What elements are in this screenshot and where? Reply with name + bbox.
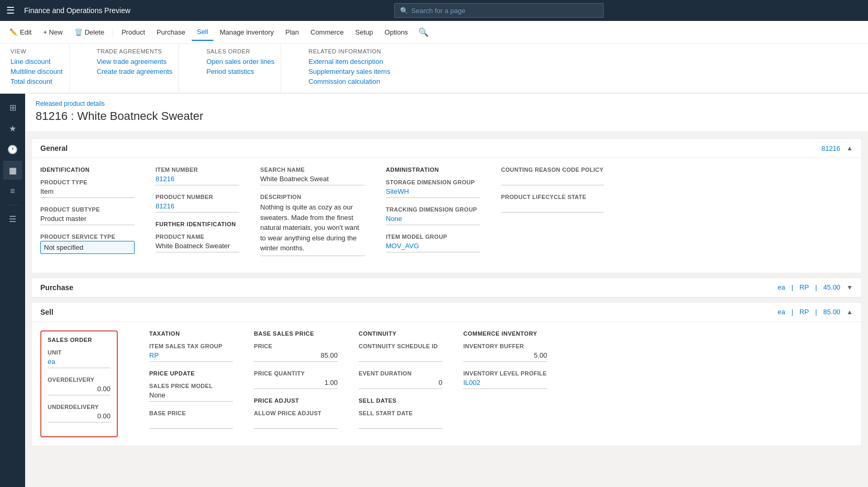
top-bar: ☰ Finance and Operations Preview 🔍 bbox=[0, 0, 868, 21]
dropdown-bar: View Line discount Multiline discount To… bbox=[0, 44, 868, 94]
sidebar-workspace-icon[interactable]: ▦ bbox=[3, 161, 22, 180]
breadcrumb[interactable]: Released product details bbox=[36, 100, 858, 107]
sidebar-recent-icon[interactable]: 🕐 bbox=[3, 140, 22, 159]
purchase-section: Purchase ea | RP | 45.00 ▼ bbox=[31, 278, 862, 298]
product-service-type-value[interactable]: Not specified bbox=[40, 241, 135, 254]
sidebar-home-icon[interactable]: ⊞ bbox=[3, 98, 22, 117]
options-button[interactable]: Options bbox=[380, 24, 414, 41]
item-number-value[interactable]: 81216 bbox=[155, 174, 239, 185]
purchase-rp: RP bbox=[799, 283, 809, 291]
setup-button[interactable]: Setup bbox=[350, 24, 379, 41]
edit-icon: ✏️ bbox=[9, 28, 18, 36]
sidebar-list-icon[interactable]: ≡ bbox=[3, 182, 22, 201]
period-statistics-link[interactable]: Period statistics bbox=[206, 68, 274, 75]
base-price-field: Base price bbox=[149, 410, 233, 429]
storage-dim-value[interactable]: SiteWH bbox=[386, 186, 480, 198]
sidebar-divider bbox=[6, 205, 19, 205]
item-sales-tax-field: Item sales tax group RP bbox=[149, 343, 233, 362]
multiline-discount-link[interactable]: Multiline discount bbox=[10, 68, 63, 75]
sales-order-unit-field: Unit ea bbox=[48, 349, 110, 368]
base-price-value bbox=[149, 417, 233, 429]
plan-button[interactable]: Plan bbox=[280, 24, 304, 41]
allow-price-adjust-field: Allow price adjust bbox=[254, 410, 338, 429]
search-name-field: Search name White Boatneck Sweat bbox=[260, 167, 365, 185]
sell-section-title: Sell bbox=[40, 308, 53, 316]
purchase-button[interactable]: Purchase bbox=[151, 24, 191, 41]
external-item-desc-link[interactable]: External item description bbox=[308, 58, 390, 65]
general-section-header[interactable]: General 81216 ▲ bbox=[32, 139, 861, 158]
description-field: Description Nothing is quite as cozy as … bbox=[260, 194, 365, 256]
sidebar-collapse-icon[interactable]: ☰ bbox=[3, 209, 22, 228]
price-field: Price 85.00 bbox=[254, 343, 338, 362]
search-bar[interactable]: 🔍 bbox=[394, 3, 604, 18]
inventory-buffer-value: 5.00 bbox=[463, 350, 547, 362]
item-sales-tax-value[interactable]: RP bbox=[149, 350, 233, 362]
sell-section-header[interactable]: Sell ea | RP | 85.00 ▲ bbox=[32, 303, 861, 322]
manage-inventory-button[interactable]: Manage inventory bbox=[215, 24, 279, 41]
view-trade-agreements-link[interactable]: View trade agreements bbox=[97, 58, 173, 65]
general-section-id: 81216 bbox=[821, 145, 840, 152]
supplementary-sales-link[interactable]: Supplementary sales items bbox=[308, 68, 390, 75]
inventory-buffer-label: Inventory buffer bbox=[463, 343, 547, 349]
open-sales-order-lines-link[interactable]: Open sales order lines bbox=[206, 58, 274, 65]
commission-link[interactable]: Commission calculation bbox=[308, 78, 390, 85]
new-button[interactable]: + New bbox=[38, 24, 68, 41]
sell-sep2: | bbox=[815, 308, 817, 316]
commerce-button[interactable]: Commerce bbox=[305, 24, 349, 41]
event-duration-value: 0 bbox=[359, 378, 442, 389]
separator bbox=[113, 27, 113, 38]
description-col: Search name White Boatneck Sweat Descrip… bbox=[260, 167, 365, 264]
product-lifecycle-label: Product lifecycle state bbox=[501, 194, 604, 200]
tracking-dim-field: Tracking dimension group None bbox=[386, 206, 480, 225]
tracking-dim-value[interactable]: None bbox=[386, 214, 480, 225]
sales-order-unit-label: Unit bbox=[48, 349, 110, 356]
inventory-buffer-field: Inventory buffer 5.00 bbox=[463, 343, 547, 362]
product-number-field: Product number 81216 bbox=[155, 194, 239, 213]
product-name-field: Product name White Boatneck Sweater bbox=[155, 234, 239, 252]
product-subtype-value: Product master bbox=[40, 214, 135, 225]
item-model-field: Item model group MOV_AVG bbox=[386, 234, 480, 252]
description-value: Nothing is quite as cozy as our sweaters… bbox=[260, 201, 365, 256]
purchase-unit: ea bbox=[777, 283, 785, 291]
underdelivery-value: 0.00 bbox=[48, 411, 110, 423]
product-lifecycle-value bbox=[501, 201, 604, 213]
total-discount-link[interactable]: Total discount bbox=[10, 78, 63, 85]
product-type-field: Product type Item bbox=[40, 179, 135, 198]
general-section-title: General bbox=[40, 144, 68, 152]
price-quantity-label: Price quantity bbox=[254, 370, 338, 377]
price-label: Price bbox=[254, 343, 338, 349]
sidebar-favorite-icon[interactable]: ★ bbox=[3, 119, 22, 138]
price-quantity-field: Price quantity 1.00 bbox=[254, 370, 338, 389]
sales-order-label: SALES ORDER bbox=[48, 337, 110, 343]
purchase-section-header[interactable]: Purchase ea | RP | 45.00 ▼ bbox=[32, 278, 861, 297]
dropdown-trade: Trade agreements View trade agreements C… bbox=[91, 44, 180, 93]
hamburger-menu[interactable]: ☰ bbox=[6, 5, 15, 16]
line-discount-link[interactable]: Line discount bbox=[10, 58, 63, 65]
item-number-field: Item number 81216 bbox=[155, 167, 239, 185]
edit-button[interactable]: ✏️ Edit bbox=[4, 24, 37, 41]
sales-order-unit-value[interactable]: ea bbox=[48, 357, 110, 368]
product-number-value[interactable]: 81216 bbox=[155, 201, 239, 213]
delete-button[interactable]: 🗑️ Delete bbox=[69, 24, 110, 41]
command-search-icon[interactable]: 🔍 bbox=[414, 24, 433, 40]
product-name-label: Product name bbox=[155, 234, 239, 240]
product-name-value: White Boatneck Sweater bbox=[155, 241, 239, 252]
sell-sep: | bbox=[792, 308, 793, 316]
sell-button[interactable]: Sell bbox=[192, 24, 214, 41]
purchase-sep2: | bbox=[815, 283, 817, 291]
product-subtype-field: Product subtype Product master bbox=[40, 206, 135, 225]
price-update-label: PRICE UPDATE bbox=[149, 370, 233, 377]
item-model-value[interactable]: MOV_AVG bbox=[386, 241, 480, 252]
overdelivery-value: 0.00 bbox=[48, 384, 110, 395]
base-sales-price-label: BASE SALES PRICE bbox=[254, 330, 338, 337]
product-button[interactable]: Product bbox=[116, 24, 150, 41]
create-trade-agreements-link[interactable]: Create trade agreements bbox=[97, 68, 173, 75]
inventory-level-profile-value[interactable]: IL002 bbox=[463, 378, 547, 389]
search-input[interactable] bbox=[411, 7, 598, 15]
app-title: Finance and Operations Preview bbox=[24, 6, 130, 15]
dropdown-sales-order: Sales order Open sales order lines Perio… bbox=[200, 44, 281, 93]
price-quantity-value: 1.00 bbox=[254, 378, 338, 389]
page-title: 81216 : White Boatneck Sweater bbox=[36, 109, 858, 123]
allow-price-adjust-value bbox=[254, 417, 338, 429]
product-service-type-field: Product service type Not specified bbox=[40, 234, 135, 254]
